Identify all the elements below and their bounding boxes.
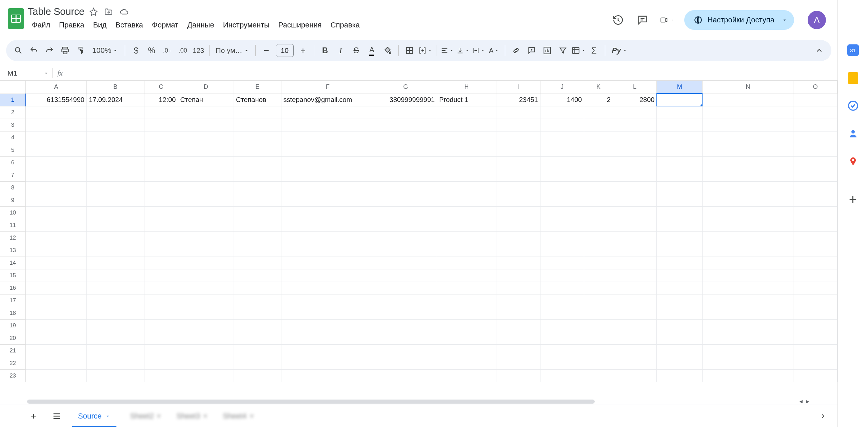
cell[interactable]: [437, 257, 496, 269]
explore-icon[interactable]: [815, 408, 831, 424]
cell[interactable]: [793, 332, 837, 344]
row-header[interactable]: 15: [0, 269, 26, 282]
cell[interactable]: [234, 194, 281, 206]
row-header[interactable]: 22: [0, 357, 26, 369]
cell[interactable]: [584, 231, 613, 244]
cell[interactable]: [86, 257, 144, 269]
cell[interactable]: [234, 282, 281, 294]
cell[interactable]: [540, 369, 584, 382]
cell[interactable]: [584, 169, 613, 181]
redo-icon[interactable]: [42, 43, 57, 58]
cell[interactable]: [657, 106, 702, 119]
cell[interactable]: [374, 319, 437, 332]
cell[interactable]: [234, 244, 281, 257]
cell[interactable]: [26, 244, 87, 257]
cell[interactable]: [496, 194, 540, 206]
cell[interactable]: [540, 106, 584, 119]
cell[interactable]: [793, 206, 837, 219]
cell[interactable]: 17.09.2024: [86, 94, 144, 106]
row-header[interactable]: 5: [0, 144, 26, 156]
cell[interactable]: [178, 219, 234, 231]
collapse-toolbar-icon[interactable]: [812, 43, 827, 58]
cell[interactable]: [613, 269, 657, 282]
share-button[interactable]: Настройки Доступа: [684, 10, 794, 30]
cell[interactable]: [26, 332, 87, 344]
cell[interactable]: [702, 269, 793, 282]
cell[interactable]: [281, 357, 374, 369]
cell[interactable]: [437, 169, 496, 181]
cell[interactable]: [793, 219, 837, 231]
cell[interactable]: [144, 282, 178, 294]
cell[interactable]: [540, 144, 584, 156]
cell[interactable]: [178, 332, 234, 344]
calendar-icon[interactable]: 31: [847, 44, 859, 56]
cell[interactable]: [613, 369, 657, 382]
cell[interactable]: [793, 106, 837, 119]
cell[interactable]: [178, 257, 234, 269]
cell[interactable]: [584, 344, 613, 357]
account-avatar[interactable]: A: [808, 11, 826, 29]
row-header[interactable]: 2: [0, 106, 26, 119]
cell[interactable]: [702, 357, 793, 369]
cell[interactable]: [496, 206, 540, 219]
cell[interactable]: [613, 119, 657, 131]
menu-item[interactable]: Инструменты: [219, 19, 274, 32]
cell[interactable]: [281, 169, 374, 181]
column-header[interactable]: A: [26, 81, 87, 94]
cell[interactable]: [234, 106, 281, 119]
cell[interactable]: [793, 194, 837, 206]
cell[interactable]: [374, 181, 437, 194]
cell[interactable]: [613, 257, 657, 269]
horizontal-scrollbar[interactable]: ◄►: [0, 398, 837, 405]
sheet-tab-active[interactable]: Source: [72, 405, 117, 427]
cell[interactable]: [144, 319, 178, 332]
cell[interactable]: [657, 319, 702, 332]
cell[interactable]: [496, 131, 540, 144]
cell[interactable]: [584, 194, 613, 206]
cell[interactable]: [702, 294, 793, 307]
cell[interactable]: [437, 119, 496, 131]
text-rotation-icon[interactable]: A: [487, 43, 501, 58]
tasks-icon[interactable]: [847, 100, 859, 112]
cell[interactable]: [657, 294, 702, 307]
cell[interactable]: [613, 206, 657, 219]
cell[interactable]: 12:00: [144, 94, 178, 106]
cell[interactable]: [657, 219, 702, 231]
column-header[interactable]: C: [144, 81, 178, 94]
insert-comment-icon[interactable]: [524, 43, 539, 58]
cell[interactable]: [540, 357, 584, 369]
cell[interactable]: [86, 319, 144, 332]
cell[interactable]: [374, 357, 437, 369]
cell[interactable]: [26, 194, 87, 206]
cell[interactable]: [540, 269, 584, 282]
cell[interactable]: [793, 257, 837, 269]
search-menus-icon[interactable]: [11, 43, 26, 58]
cell[interactable]: [374, 156, 437, 169]
print-icon[interactable]: [58, 43, 73, 58]
cell[interactable]: [281, 307, 374, 319]
cell[interactable]: [26, 282, 87, 294]
cell[interactable]: [178, 357, 234, 369]
cell[interactable]: [26, 144, 87, 156]
cell[interactable]: [657, 344, 702, 357]
cell[interactable]: [793, 369, 837, 382]
cell[interactable]: [657, 332, 702, 344]
cell[interactable]: [374, 269, 437, 282]
font-size-input[interactable]: 10: [276, 44, 294, 57]
cell[interactable]: [657, 257, 702, 269]
cell[interactable]: [496, 119, 540, 131]
column-header[interactable]: E: [234, 81, 281, 94]
cell[interactable]: [657, 94, 702, 106]
cell[interactable]: [793, 181, 837, 194]
cell[interactable]: [657, 244, 702, 257]
cell[interactable]: [437, 131, 496, 144]
cell[interactable]: [178, 369, 234, 382]
cell[interactable]: 1400: [540, 94, 584, 106]
cell[interactable]: [702, 332, 793, 344]
cell[interactable]: [281, 194, 374, 206]
cell[interactable]: [540, 169, 584, 181]
cell[interactable]: [86, 357, 144, 369]
get-addons-icon[interactable]: +: [847, 193, 859, 205]
column-header[interactable]: D: [178, 81, 234, 94]
cell[interactable]: [702, 307, 793, 319]
